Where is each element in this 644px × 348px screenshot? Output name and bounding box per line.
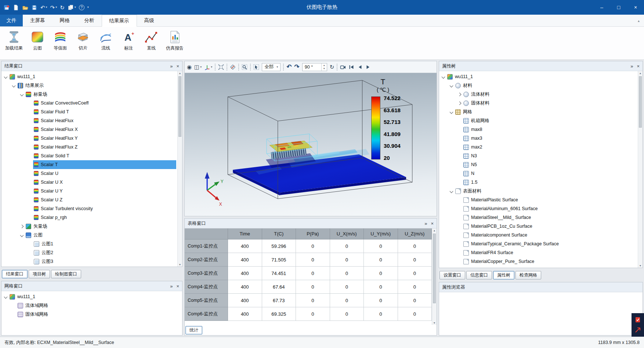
- tree-item-surface-materials[interactable]: 表面材料: [440, 187, 637, 195]
- tree-item-project[interactable]: wu111_1: [2, 292, 176, 301]
- close-button[interactable]: ×: [627, 0, 644, 15]
- tree-item-vector-fields[interactable]: 矢量场: [2, 222, 176, 231]
- spinner-up-icon[interactable]: ▴: [323, 64, 325, 67]
- minimize-button[interactable]: –: [593, 0, 610, 15]
- chevron-right-icon[interactable]: [458, 92, 462, 96]
- notification-widget[interactable]: [632, 313, 644, 337]
- table-cell[interactable]: 0: [330, 280, 364, 294]
- tree-item[interactable]: Scalar U Z: [2, 195, 176, 204]
- redo-button[interactable]: ↷▾: [50, 5, 57, 10]
- scrollbar-thumb[interactable]: [178, 76, 181, 137]
- table-cell[interactable]: 0: [364, 307, 398, 321]
- tree-item[interactable]: Scalar Solid T: [2, 151, 176, 160]
- scroll-down-icon[interactable]: ▼: [638, 264, 643, 267]
- chevron-down-icon[interactable]: ▾: [55, 6, 57, 9]
- row-header[interactable]: Comp5-监控点: [185, 294, 228, 307]
- table-cell[interactable]: 69.325: [262, 307, 296, 321]
- tree-item[interactable]: MaterialPlastic Surface: [440, 195, 637, 204]
- chevron-right-icon[interactable]: [20, 224, 24, 228]
- ribbon-button-streamline[interactable]: 流线: [95, 29, 116, 52]
- table-cell[interactable]: 0: [296, 239, 330, 253]
- fit-view-button[interactable]: [218, 64, 224, 70]
- tree-item-fluid-mesh[interactable]: 流体域网格: [2, 301, 176, 310]
- next-frame-button[interactable]: [365, 64, 371, 70]
- tab-advanced[interactable]: 高级: [137, 15, 162, 26]
- table-cell[interactable]: 0: [398, 253, 432, 267]
- toolbar-options-icon[interactable]: ▾: [87, 6, 89, 9]
- chevron-down-icon[interactable]: [450, 84, 453, 87]
- tab-statistics[interactable]: 统计: [185, 326, 202, 334]
- chevron-down-icon[interactable]: [4, 75, 8, 78]
- table-cell[interactable]: 67.64: [262, 280, 296, 294]
- tree-item-materials[interactable]: 材料: [440, 81, 637, 90]
- tab-mesh[interactable]: 网格: [53, 15, 77, 26]
- table-cell[interactable]: 74.451: [262, 267, 296, 280]
- tree-item-solid-mesh[interactable]: 固体域网格: [2, 310, 176, 319]
- ribbon-button-slice[interactable]: 切片: [73, 29, 93, 52]
- table-cell[interactable]: 59.296: [262, 239, 296, 253]
- tab-check-mesh[interactable]: 检查网格: [515, 271, 541, 279]
- table-cell[interactable]: 0: [398, 280, 432, 294]
- table-cell[interactable]: 0: [364, 294, 398, 307]
- chevron-down-icon[interactable]: ▾: [200, 66, 202, 69]
- chevron-down-icon[interactable]: [4, 295, 8, 298]
- split-view-button[interactable]: ◫▾: [194, 64, 202, 70]
- tree-item-isosurface[interactable]: 等值面: [2, 266, 176, 267]
- tab-project-tree[interactable]: 项目树: [29, 270, 50, 278]
- panel-collapse-icon[interactable]: »: [170, 64, 173, 69]
- panel-close-icon[interactable]: ×: [637, 64, 640, 69]
- table-cell[interactable]: 400: [228, 280, 262, 294]
- rotate-view-button[interactable]: ↻: [330, 64, 334, 70]
- row-header[interactable]: Comp6-监控点: [185, 307, 228, 321]
- tree-item[interactable]: Materialcomponent Surface: [440, 231, 637, 239]
- table-cell[interactable]: 400: [228, 239, 262, 253]
- chevron-down-icon[interactable]: ▾: [211, 66, 212, 69]
- table-scrollbar[interactable]: ▲ ▼: [432, 228, 437, 325]
- tree-item[interactable]: N3: [440, 151, 637, 160]
- scrollbar-thumb[interactable]: [639, 76, 642, 128]
- rotate-angle-spinner[interactable]: 90 ° ▴▾: [302, 63, 327, 71]
- tree-item[interactable]: Scalar HeatFlux Z: [2, 143, 176, 151]
- tree-item-scalar-t-selected[interactable]: Scalar T: [2, 160, 176, 169]
- zoom-box-button[interactable]: [242, 64, 247, 70]
- panel-close-icon[interactable]: ×: [431, 221, 434, 226]
- tree-item[interactable]: Scalar U X: [2, 178, 176, 187]
- tab-settings-window[interactable]: 设置窗口: [439, 271, 465, 279]
- tree-item[interactable]: N5: [440, 160, 637, 169]
- tab-file[interactable]: 文件: [0, 15, 23, 26]
- tree-item-fluid-materials[interactable]: 流体材料: [440, 90, 637, 99]
- panel-collapse-icon[interactable]: »: [424, 221, 427, 226]
- tree-item[interactable]: MaterialCopper_Pure_ Surface: [440, 257, 637, 266]
- table-cell[interactable]: 0: [364, 239, 398, 253]
- chevron-right-icon[interactable]: [458, 101, 462, 105]
- tree-item[interactable]: 云图1: [2, 239, 176, 248]
- panel-close-icon[interactable]: ×: [176, 64, 179, 69]
- row-header[interactable]: Comp2-监控点: [185, 253, 228, 267]
- section-view-button[interactable]: [230, 64, 236, 70]
- table-cell[interactable]: 67.73: [262, 294, 296, 307]
- view-redo-button[interactable]: ↷: [294, 64, 300, 70]
- chevron-down-icon[interactable]: [442, 75, 445, 78]
- chevron-down-icon[interactable]: [450, 189, 453, 193]
- first-frame-button[interactable]: [348, 64, 354, 70]
- triad-button[interactable]: ▾: [204, 64, 212, 70]
- table-cell[interactable]: 0: [330, 253, 364, 267]
- panel-collapse-icon[interactable]: »: [170, 284, 173, 289]
- tree-item-project[interactable]: wu111_1: [440, 72, 637, 81]
- tree-item[interactable]: Scalar HeatFlux: [2, 116, 176, 125]
- tree-item-results-group[interactable]: 结果展示: [2, 81, 176, 90]
- tree-item[interactable]: 云图2: [2, 248, 176, 257]
- tree-item[interactable]: MaterialFR4 Surface: [440, 248, 637, 257]
- tree-item[interactable]: MaterialTypical_Ceramic_Package Surface: [440, 239, 637, 248]
- ribbon-button-load-results[interactable]: 加载结果: [3, 29, 25, 52]
- tab-property-tree[interactable]: 属性树: [493, 271, 514, 279]
- tab-info-window[interactable]: 信息窗口: [466, 271, 492, 279]
- ribbon-button-isosurface[interactable]: 等值面: [50, 29, 70, 52]
- table-cell[interactable]: 0: [296, 253, 330, 267]
- tree-item[interactable]: MaterialSteel__Mild_ Surface: [440, 213, 637, 222]
- chevron-down-icon[interactable]: [12, 84, 16, 87]
- tree-item[interactable]: max8: [440, 125, 637, 134]
- tab-results[interactable]: 结果展示: [102, 15, 137, 27]
- table-cell[interactable]: 0: [364, 267, 398, 280]
- tree-item[interactable]: max2: [440, 143, 637, 151]
